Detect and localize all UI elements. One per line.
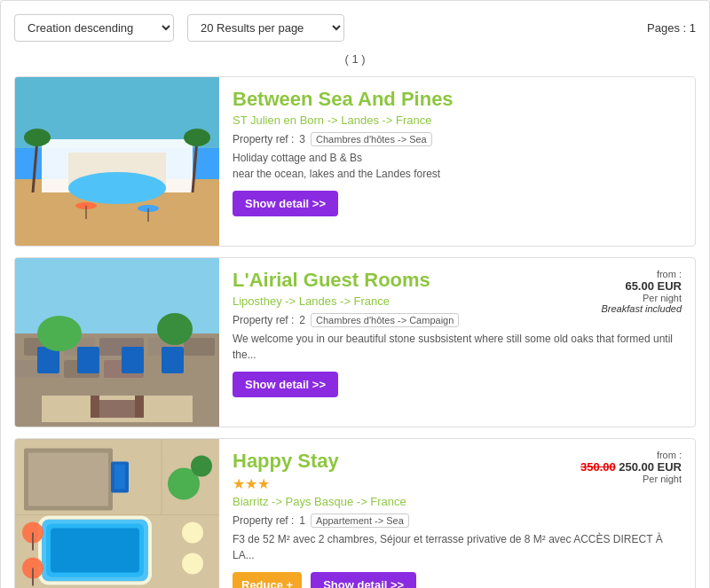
property-ref-label-1: Property ref : (233, 133, 294, 145)
svg-rect-39 (28, 453, 108, 506)
listing-meta-3: Property ref : 1 Appartement -> Sea (233, 514, 682, 528)
price-night-2: Per night (602, 293, 682, 303)
svg-rect-28 (122, 347, 144, 373)
toolbar: Creation descending Creation ascending P… (14, 14, 696, 42)
listing-card-2: from : 65.00 EUR Per night Breakfast inc… (14, 257, 696, 427)
svg-point-10 (184, 129, 210, 146)
svg-rect-34 (91, 396, 99, 418)
property-ref-label-2: Property ref : (233, 314, 294, 326)
price-from-label-3: from : (580, 450, 682, 460)
price-block-3: from : 350.00 250.00 EUR Per night (580, 450, 682, 484)
price-from-label-2: from : (602, 269, 682, 279)
results-count: ( 1 ) (14, 52, 696, 66)
price-value-2: 65.00 EUR (602, 279, 682, 293)
listing-body-1: Between Sea And Pines ST Julien en Born … (219, 77, 695, 246)
property-image-1 (15, 77, 219, 246)
property-ref-value-1: 3 (299, 133, 305, 145)
pages-label: Pages : 1 (647, 21, 696, 35)
reduce-button-3[interactable]: Reduce + (233, 572, 302, 588)
show-detail-button-1[interactable]: Show detail >> (233, 191, 338, 216)
listing-tag-3: Appartement -> Sea (311, 514, 409, 528)
price-original-row: 350.00 250.00 EUR (580, 460, 682, 474)
sort-select[interactable]: Creation descending Creation ascending P… (14, 14, 174, 42)
svg-rect-29 (162, 347, 184, 373)
svg-point-49 (182, 553, 203, 575)
listing-tag-2: Chambres d'hôtes -> Campaign (311, 313, 459, 327)
svg-point-55 (191, 456, 212, 477)
listing-desc-3: F3 de 52 M² avec 2 chambres, Séjour et t… (233, 531, 682, 563)
actions-row-2: Show detail >> (233, 372, 682, 397)
listing-title-1: Between Sea And Pines (233, 88, 682, 111)
show-detail-button-3[interactable]: Show detail >> (311, 572, 416, 588)
listing-desc-1: Holiday cottage and B & Bsnear the ocean… (233, 150, 682, 182)
svg-rect-33 (95, 400, 139, 418)
price-original-3: 350.00 (580, 460, 616, 474)
svg-rect-42 (51, 529, 139, 573)
main-container: Creation descending Creation ascending P… (0, 0, 710, 588)
property-ref-value-2: 2 (299, 314, 305, 326)
listing-tag-1: Chambres d'hôtes -> Sea (311, 132, 432, 146)
svg-point-8 (24, 129, 51, 146)
listing-image-3 (15, 439, 219, 588)
listing-desc-2: We welcome you in our beautiful stone su… (233, 331, 682, 363)
actions-row-1: Show detail >> (233, 191, 682, 216)
show-detail-button-2[interactable]: Show detail >> (233, 372, 338, 397)
results-per-page-select[interactable]: 10 Results per page 20 Results per page … (187, 14, 344, 42)
listing-meta-1: Property ref : 3 Chambres d'hôtes -> Sea (233, 132, 682, 146)
svg-point-48 (182, 522, 203, 544)
property-image-3 (15, 439, 219, 588)
actions-row-3: Reduce + Show detail >> (233, 572, 682, 588)
listing-location-3: Biarritz -> Pays Basque -> France (233, 495, 682, 508)
listing-body-2: from : 65.00 EUR Per night Breakfast inc… (219, 258, 695, 427)
svg-rect-22 (184, 338, 215, 356)
price-night-3: Per night (580, 474, 682, 484)
svg-point-31 (157, 313, 193, 345)
listing-card: Between Sea And Pines ST Julien en Born … (14, 76, 696, 247)
price-discounted-3: 250.00 EUR (619, 460, 682, 474)
price-breakfast-2: Breakfast included (602, 303, 682, 314)
listing-card-3: from : 350.00 250.00 EUR Per night Happy… (14, 438, 696, 588)
svg-rect-35 (135, 396, 144, 418)
svg-rect-27 (77, 347, 99, 373)
svg-rect-53 (114, 465, 125, 490)
property-ref-value-3: 1 (299, 514, 305, 527)
listing-image-1 (15, 77, 219, 246)
property-image-2 (15, 258, 219, 427)
listing-body-3: from : 350.00 250.00 EUR Per night Happy… (219, 439, 695, 588)
property-ref-label-3: Property ref : (233, 514, 294, 527)
price-block-2: from : 65.00 EUR Per night Breakfast inc… (602, 269, 682, 314)
listing-meta-2: Property ref : 2 Chambres d'hôtes -> Cam… (233, 313, 682, 327)
listing-location-1: ST Julien en Born -> Landes -> France (233, 114, 682, 127)
listing-image-2 (15, 258, 219, 427)
svg-point-6 (68, 172, 166, 204)
svg-point-30 (37, 316, 82, 351)
